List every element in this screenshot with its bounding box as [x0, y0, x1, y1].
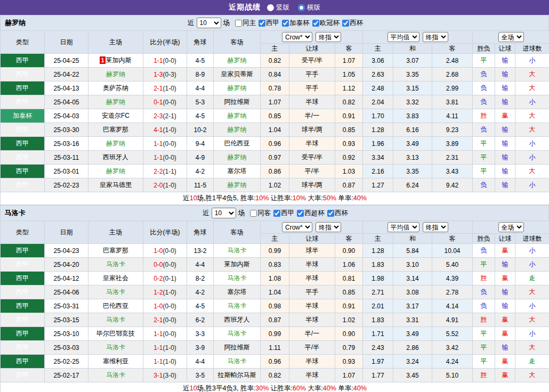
layout-radio-label: 横版 — [307, 3, 320, 12]
home-team-name: 西班牙人 — [103, 153, 128, 161]
avg-odds-cell: 4.39 — [432, 272, 473, 285]
team-name: 赫罗纳 — [5, 18, 26, 28]
score-cell: 3-1(3-0) — [143, 369, 187, 382]
league-checkbox[interactable] — [327, 210, 334, 217]
avg-odds-cell: 3.13 — [393, 151, 432, 165]
home-team-cell: 巴塞罗那 — [88, 123, 143, 137]
league-filter[interactable]: 西甲 — [259, 19, 279, 28]
away-team-cell: 马洛卡 — [214, 327, 261, 341]
summary-segment: 40% — [353, 385, 367, 392]
same-venue-checkbox[interactable] — [250, 210, 257, 217]
league-label: 西超杯 — [304, 209, 325, 218]
odds-source-select[interactable]: Crow* — [282, 222, 312, 232]
same-venue-filter[interactable]: 同主 — [235, 19, 256, 28]
away-team-name: 皇家贝蒂斯 — [221, 70, 253, 78]
league-checkbox[interactable] — [282, 20, 289, 27]
avg-odds-cell: 2.04 — [363, 95, 393, 109]
home-team-name: 奥萨苏纳 — [103, 84, 128, 92]
handicap-odds-cell: 0.87 — [335, 178, 363, 192]
result-cell: 赢 — [495, 355, 515, 369]
games-suffix-label: 场 — [223, 19, 230, 28]
same-venue-filter[interactable]: 同客 — [250, 209, 271, 218]
full-score: 1-0 — [154, 247, 163, 255]
avg-odds-cell: 4.91 — [432, 313, 473, 327]
summary-segment: 单率: — [336, 194, 353, 202]
away-team-cell: 赫罗纳 — [214, 54, 261, 68]
league-filter[interactable]: 西超杯 — [297, 209, 325, 218]
odds-source-select[interactable]: 终指 — [423, 222, 448, 232]
league-checkbox[interactable] — [297, 210, 304, 217]
league-filter[interactable]: 加泰杯 — [282, 19, 310, 28]
avg-odds-cell: 3.81 — [432, 95, 473, 109]
match-type-cell: 西甲 — [1, 151, 45, 165]
avg-odds-cell: 2.63 — [363, 68, 393, 81]
handicap-odds-cell: 0.82 — [335, 95, 363, 109]
summary-row: 近10场,胜1平4负5, 胜率:10% 让胜率:10% 大率:50% 单率:40… — [1, 192, 549, 205]
score-cell: 1-1(0-0) — [143, 137, 187, 151]
avg-odds-cell: 3.32 — [393, 95, 432, 109]
column-header: 比分(半场) — [143, 221, 187, 244]
handicap-odds-cell: 球半 — [289, 244, 335, 258]
odds-source-select[interactable]: 终指 — [316, 32, 341, 42]
home-team-cell: 奥萨苏纳 — [88, 81, 143, 95]
sub-column-header: 客 — [432, 44, 473, 54]
league-checkbox[interactable] — [273, 210, 280, 217]
sub-column-header: 胜负 — [473, 234, 495, 244]
result-cell: 输 — [495, 258, 515, 272]
corner-cell: 4-4 — [187, 81, 214, 95]
match-type-cell: 西甲 — [1, 327, 45, 341]
odds-source-select[interactable]: 终指 — [423, 32, 448, 42]
handicap-odds-cell: 1.02 — [261, 178, 289, 192]
match-date-cell: 25-04-06 — [45, 285, 88, 299]
half-score: (1-0) — [163, 126, 176, 134]
league-filter[interactable]: 西杯 — [327, 209, 348, 218]
odds-source-select[interactable]: 平均值 — [387, 32, 419, 42]
filter-bar: 近10场同主西甲加泰杯欧冠杯西杯 — [186, 18, 363, 28]
odds-source-select[interactable]: 平均值 — [387, 222, 419, 232]
handicap-odds-cell: 半球 — [289, 95, 335, 109]
away-team-name: 马洛卡 — [228, 330, 247, 337]
full-score: 2-3 — [154, 112, 163, 120]
away-team-cell: 赫罗纳 — [214, 123, 261, 137]
layout-radio-option[interactable]: 竖版 — [267, 3, 289, 12]
avg-odds-cell: 2.99 — [432, 81, 473, 95]
layout-radio[interactable] — [267, 4, 274, 11]
recent-games-select[interactable]: 10 — [212, 208, 236, 218]
result-cell: 走 — [515, 355, 549, 369]
league-checkbox[interactable] — [259, 20, 265, 27]
match-row: 西甲25-02-17马洛卡3-1(3-0)3-5拉斯帕尔马斯0.82半球1.07… — [1, 369, 549, 382]
half-score: (0-1) — [163, 275, 176, 282]
layout-radio[interactable] — [298, 4, 305, 11]
half-score: (0-0) — [163, 57, 176, 64]
avg-odds-cell: 2.86 — [393, 341, 432, 355]
away-team-name: 赫罗纳 — [228, 181, 247, 189]
handicap-odds-cell: 半球 — [289, 299, 335, 313]
league-label: 西甲 — [266, 19, 279, 28]
same-venue-checkbox[interactable] — [235, 20, 242, 27]
league-filter[interactable]: 欧冠杯 — [312, 19, 340, 28]
full-score: 1-1 — [154, 57, 163, 64]
odds-source-select[interactable]: Crow* — [282, 32, 312, 42]
full-score: 2-1 — [154, 316, 163, 324]
corner-cell: 4-2 — [187, 165, 214, 178]
away-team-cell: 拉斯帕尔马斯 — [214, 369, 261, 382]
recent-games-select[interactable]: 10 — [197, 18, 221, 28]
league-checkbox[interactable] — [312, 20, 319, 27]
away-team-cell: 塞尔塔 — [214, 285, 261, 299]
league-filter[interactable]: 西杯 — [342, 19, 363, 28]
layout-radio-option[interactable]: 横版 — [298, 3, 320, 12]
odds-source-select[interactable]: 全场 — [498, 32, 524, 42]
away-team-name: 阿拉维斯 — [224, 98, 250, 105]
score-cell: 1-1(1-0) — [143, 341, 187, 355]
away-team-name: 塞尔塔 — [228, 288, 247, 296]
away-team-name: 莱加内斯 — [224, 260, 250, 268]
league-filter[interactable]: 西甲 — [273, 209, 294, 218]
summary-segment: 场,胜3平4负3, 胜率: — [197, 385, 256, 392]
score-cell: 1-1(0-0) — [143, 151, 187, 165]
odds-source-select[interactable]: 全场 — [498, 222, 524, 232]
home-team-cell: 马洛卡 — [88, 341, 143, 355]
odds-source-select[interactable]: 终指 — [316, 222, 341, 232]
result-cell: 小 — [515, 95, 549, 109]
league-checkbox[interactable] — [342, 20, 349, 27]
match-row: 加泰杯25-04-03安道尔FC2-3(2-1)4-5赫罗纳0.85半/一0.9… — [1, 109, 549, 123]
